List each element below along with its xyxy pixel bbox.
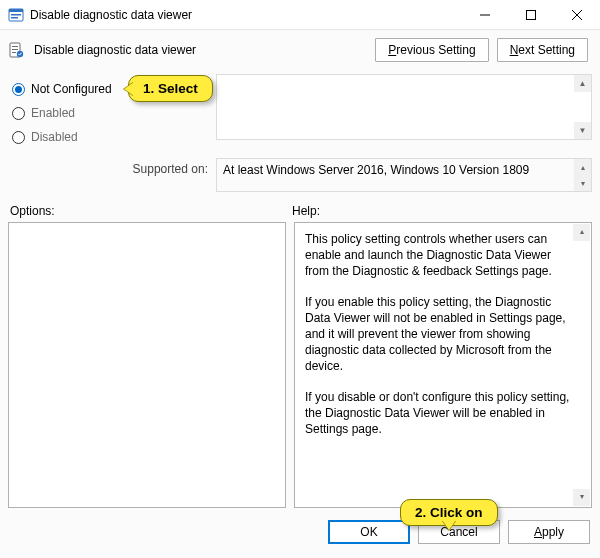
svg-rect-5 [527, 10, 536, 19]
help-text-p3: If you disable or don't configure this p… [305, 389, 573, 438]
policy-icon [8, 42, 24, 58]
scroll-down-button[interactable]: ▾ [574, 175, 591, 191]
supported-on-value: At least Windows Server 2016, Windows 10… [216, 158, 592, 192]
svg-rect-8 [12, 49, 18, 50]
ok-label: OK [360, 525, 377, 539]
scroll-arrows: ▴ ▾ [574, 159, 591, 191]
ok-button[interactable]: OK [328, 520, 410, 544]
help-text-p2: If you enable this policy setting, the D… [305, 294, 573, 375]
previous-setting-button[interactable]: Previous Setting [375, 38, 488, 62]
apply-button[interactable]: Apply [508, 520, 590, 544]
svg-rect-1 [9, 9, 23, 12]
radio-label: Not Configured [31, 82, 112, 96]
radio-icon [12, 107, 25, 120]
radio-disabled[interactable]: Disabled [12, 126, 204, 148]
annotation-select: 1. Select [128, 75, 213, 102]
window-titlebar: Disable diagnostic data viewer [0, 0, 600, 30]
scroll-down-button[interactable]: ▾ [573, 489, 590, 506]
help-text-p1: This policy setting controls whether use… [305, 231, 573, 280]
svg-rect-9 [12, 52, 16, 53]
window-title: Disable diagnostic data viewer [30, 8, 462, 22]
svg-rect-4 [480, 14, 490, 15]
apply-rest: pply [542, 525, 564, 539]
close-button[interactable] [554, 0, 600, 29]
next-setting-button[interactable]: Next Setting [497, 38, 588, 62]
dialog-footer: OK Cancel Apply [0, 510, 600, 544]
annotation-click: 2. Click on [400, 499, 498, 526]
radio-icon [12, 131, 25, 144]
comment-textbox[interactable]: ▲ ▼ [216, 74, 592, 140]
next-setting-rest: ext Setting [518, 43, 575, 57]
options-label: Options: [10, 204, 292, 218]
help-pane: This policy setting controls whether use… [294, 222, 592, 508]
policy-header: Disable diagnostic data viewer Previous … [0, 30, 600, 70]
svg-rect-7 [12, 46, 18, 47]
options-pane [8, 222, 286, 508]
policy-title: Disable diagnostic data viewer [34, 43, 367, 57]
maximize-button[interactable] [508, 0, 554, 29]
app-icon [8, 7, 24, 23]
scroll-arrows: ▲ ▼ [574, 75, 591, 139]
scroll-down-button[interactable]: ▼ [574, 122, 591, 139]
scroll-up-button[interactable]: ▲ [574, 75, 591, 92]
radio-label: Disabled [31, 130, 78, 144]
supported-on-text: At least Windows Server 2016, Windows 10… [223, 163, 529, 177]
radio-icon [12, 83, 25, 96]
radio-enabled[interactable]: Enabled [12, 102, 204, 124]
help-label: Help: [292, 204, 320, 218]
supported-on-label: Supported on: [8, 158, 208, 176]
prev-setting-rest: revious Setting [396, 43, 475, 57]
scroll-up-button[interactable]: ▴ [573, 224, 590, 241]
svg-rect-2 [11, 14, 21, 16]
scroll-up-button[interactable]: ▴ [574, 159, 591, 175]
minimize-button[interactable] [462, 0, 508, 29]
radio-label: Enabled [31, 106, 75, 120]
svg-rect-3 [11, 17, 18, 19]
scroll-arrows: ▴ ▾ [573, 224, 590, 506]
window-controls [462, 0, 600, 29]
